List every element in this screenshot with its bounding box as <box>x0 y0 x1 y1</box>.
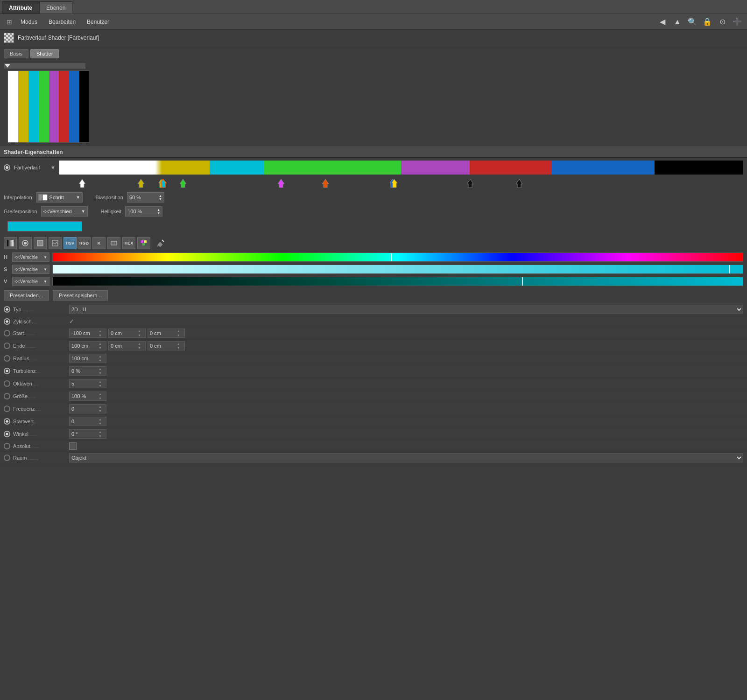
prop-frequenz-spinner[interactable]: ▲▼ <box>69 404 106 413</box>
icon-btn-img2[interactable] <box>107 237 120 249</box>
stop-redorange[interactable] <box>322 179 329 189</box>
prop-ende-input2[interactable] <box>109 343 137 349</box>
prop-ende-v2[interactable]: ▲▼ <box>108 341 146 350</box>
prop-typ-dropdown[interactable]: 2D - U <box>69 305 743 314</box>
farbverlauf-radio[interactable] <box>4 164 10 171</box>
prop-ende-input1[interactable] <box>70 343 98 349</box>
biasposition-spinner[interactable]: ▲▼ <box>159 194 162 201</box>
prop-oktaven-arrows[interactable]: ▲▼ <box>98 379 103 388</box>
prop-ende-arrows1[interactable]: ▲▼ <box>98 342 103 350</box>
prop-turbulenz-input[interactable] <box>70 368 98 374</box>
prop-indicator-typ[interactable] <box>4 306 10 313</box>
stop-yellow[interactable] <box>138 179 144 189</box>
prop-indicator-ende[interactable] <box>4 343 10 349</box>
prop-groesse-arrows[interactable]: ▲▼ <box>98 392 103 400</box>
search-icon[interactable]: 🔍 <box>686 16 698 28</box>
prop-winkel-input[interactable] <box>70 431 98 437</box>
prop-indicator-raum[interactable] <box>4 455 10 461</box>
icon-btn-hex[interactable]: HEX <box>122 237 135 249</box>
prop-start-arrows3[interactable]: ▲▼ <box>176 329 181 337</box>
biasposition-input[interactable]: 50 % ▲▼ <box>127 192 164 203</box>
prop-raum-dropdown[interactable]: Objekt <box>69 453 743 462</box>
prop-indicator-zyklisch[interactable] <box>4 318 10 325</box>
prop-indicator-startwert[interactable] <box>4 418 10 425</box>
prop-ende-arrows3[interactable]: ▲▼ <box>176 342 181 350</box>
icon-btn-rgb[interactable]: RGB <box>78 237 91 249</box>
prop-radius-spinner[interactable]: ▲▼ <box>69 354 106 363</box>
prop-start-arrows1[interactable]: ▲▼ <box>98 329 103 337</box>
prop-start-v1[interactable]: ▲▼ <box>69 329 106 338</box>
icon-btn-img[interactable] <box>49 237 62 249</box>
hsv-v-slider[interactable] <box>52 277 743 286</box>
interpolation-select[interactable]: Schritt ▼ <box>36 192 83 203</box>
hsv-s-slider[interactable] <box>52 265 743 274</box>
menu-modus[interactable]: Modus <box>16 17 42 27</box>
add-icon[interactable]: ➕ <box>731 16 743 28</box>
preset-load-btn[interactable]: Preset laden... <box>4 290 49 301</box>
prop-start-arrows2[interactable]: ▲▼ <box>137 329 142 337</box>
farbverlauf-dropdown-arrow[interactable]: ▼ <box>50 165 56 170</box>
prop-start-input3[interactable] <box>148 330 176 336</box>
hsv-v-select[interactable]: <<Verschie ▼ <box>12 277 49 286</box>
stop-magenta[interactable] <box>278 179 284 189</box>
prop-indicator-radius[interactable] <box>4 355 10 362</box>
target-icon[interactable]: ⊙ <box>716 16 728 28</box>
helligkeit-input[interactable]: 100 % ▲▼ <box>125 206 162 217</box>
lock-icon[interactable]: 🔒 <box>701 16 713 28</box>
prop-start-v3[interactable]: ▲▼ <box>148 329 185 338</box>
stop-cyan-selected[interactable] <box>159 179 167 189</box>
stop-green[interactable] <box>180 179 186 189</box>
prop-ende-v1[interactable]: ▲▼ <box>69 341 106 350</box>
hsv-h-select[interactable]: <<Verschie ▼ <box>12 252 49 262</box>
helligkeit-spinner[interactable]: ▲▼ <box>157 208 160 215</box>
prop-winkel-spinner[interactable]: ▲▼ <box>69 429 106 439</box>
menu-bearbeiten[interactable]: Bearbeiten <box>44 17 80 27</box>
prop-startwert-arrows[interactable]: ▲▼ <box>98 417 103 426</box>
grid-icon[interactable]: ⊞ <box>5 17 14 27</box>
prop-startwert-input[interactable] <box>70 419 98 424</box>
prop-ende-input3[interactable] <box>148 343 176 349</box>
icon-btn-rect[interactable] <box>34 237 47 249</box>
prop-start-v2[interactable]: ▲▼ <box>108 329 146 338</box>
prop-turbulenz-arrows[interactable]: ▲▼ <box>98 367 103 375</box>
back-icon[interactable]: ◀ <box>656 16 669 28</box>
color-swatch[interactable] <box>7 221 82 231</box>
icon-btn-hsv[interactable]: HSV <box>63 237 77 249</box>
prop-indicator-oktaven[interactable] <box>4 380 10 387</box>
prop-indicator-absolut[interactable] <box>4 443 10 449</box>
prop-oktaven-spinner[interactable]: ▲▼ <box>69 379 106 388</box>
cursor-icon[interactable]: ▲ <box>671 16 684 28</box>
prop-zyklisch-check[interactable]: ✓ <box>69 318 74 325</box>
hsv-s-select[interactable]: <<Verschie ▼ <box>12 265 49 274</box>
greiferposition-select[interactable]: <<Verschied ▼ <box>41 206 88 217</box>
prop-absolut-checkbox[interactable] <box>69 442 77 450</box>
hsv-h-slider[interactable] <box>52 252 743 262</box>
icon-btn-gradient[interactable] <box>4 237 17 249</box>
prop-frequenz-input[interactable] <box>70 406 98 412</box>
icon-btn-k[interactable]: K <box>92 237 106 249</box>
menu-benutzer[interactable]: Benutzer <box>82 17 114 27</box>
prop-indicator-frequenz[interactable] <box>4 406 10 412</box>
prop-winkel-arrows[interactable]: ▲▼ <box>98 430 103 438</box>
prop-ende-arrows2[interactable]: ▲▼ <box>137 342 142 350</box>
prop-start-input1[interactable] <box>70 330 98 336</box>
tab-attribute[interactable]: Attribute <box>2 1 39 14</box>
gradient-bar-container[interactable] <box>59 161 743 175</box>
stop-black1[interactable] <box>467 179 473 189</box>
stop-white[interactable] <box>79 179 85 189</box>
tab-ebenen[interactable]: Ebenen <box>39 1 72 14</box>
prop-indicator-winkel[interactable] <box>4 431 10 437</box>
prop-frequenz-arrows[interactable]: ▲▼ <box>98 405 103 413</box>
prop-radius-input[interactable] <box>70 356 98 361</box>
prop-groesse-spinner[interactable]: ▲▼ <box>69 392 106 401</box>
prop-ende-v3[interactable]: ▲▼ <box>148 341 185 350</box>
prop-radius-arrows[interactable]: ▲▼ <box>98 354 103 363</box>
tab-shader[interactable]: Shader <box>30 49 59 58</box>
stop-black2[interactable] <box>516 179 522 189</box>
prop-indicator-turbulenz[interactable] <box>4 368 10 374</box>
preset-save-btn[interactable]: Preset speichern... <box>53 290 108 301</box>
stop-blue-double[interactable] <box>390 179 398 189</box>
eyedropper-btn[interactable] <box>154 237 167 249</box>
prop-indicator-groesse[interactable] <box>4 393 10 399</box>
tab-basis[interactable]: Basis <box>4 49 28 58</box>
